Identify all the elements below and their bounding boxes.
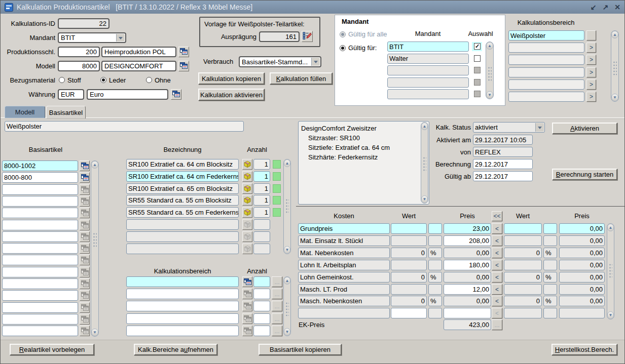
kalkbereich-row-field[interactable] bbox=[508, 43, 584, 53]
berechnung-field[interactable]: 29.12.2017 bbox=[473, 159, 533, 169]
close-icon[interactable]: ✕ bbox=[614, 3, 620, 11]
kalkbereich-row-field[interactable] bbox=[508, 55, 584, 65]
radio-gueltig-fuer[interactable] bbox=[340, 45, 346, 51]
scroll-down-icon[interactable]: ▼ bbox=[611, 94, 618, 101]
scroll-track[interactable] bbox=[486, 50, 493, 91]
kalkulation-kopieren-button[interactable]: Kalkulation kopieren bbox=[198, 72, 265, 85]
more-button[interactable]: ... bbox=[272, 289, 282, 299]
radio-stoff[interactable] bbox=[59, 77, 65, 83]
collapse-all-button[interactable]: << bbox=[492, 211, 502, 221]
mandant-row-field[interactable]: Walter bbox=[387, 54, 469, 64]
scroll-up-icon[interactable]: ▲ bbox=[611, 31, 618, 38]
scroll-track[interactable] bbox=[91, 169, 98, 329]
auspraegung-edit-button[interactable] bbox=[302, 31, 313, 42]
scroll-track[interactable] bbox=[284, 167, 290, 246]
wert-field[interactable] bbox=[391, 223, 427, 234]
bezeichnung-row-field[interactable]: SR55 Standard ca. 55 cm Federkernsitz bbox=[126, 207, 239, 218]
basisartikel-kopieren-button[interactable]: Basisartikel kopieren bbox=[259, 344, 342, 355]
dropdown-arrow-icon[interactable] bbox=[311, 58, 320, 66]
auswahl-checkbox[interactable] bbox=[474, 55, 481, 62]
aktivieren-button[interactable]: Aktivieren bbox=[552, 123, 617, 134]
anzahl-field[interactable]: 1 bbox=[253, 183, 270, 194]
copy-left-button[interactable]: < bbox=[492, 235, 502, 246]
scroll-track[interactable] bbox=[421, 130, 428, 195]
modell-lookup-button[interactable] bbox=[178, 61, 189, 71]
kalkbereich-row-field[interactable] bbox=[508, 92, 584, 102]
minimize-icon[interactable]: ↙ bbox=[591, 3, 597, 11]
produktionsschl-code-field[interactable]: 200 bbox=[58, 47, 100, 57]
basisartikel-item-field[interactable] bbox=[2, 220, 78, 230]
herstellkost-berech-button[interactable]: Herstellkost.Berech. bbox=[552, 344, 617, 355]
bezeichnung-row-field[interactable]: SR100 Extratief ca. 64 cm Blocksitz bbox=[126, 159, 239, 170]
kalkbereich-row-field[interactable] bbox=[508, 67, 584, 77]
basisartikel-item-field[interactable] bbox=[2, 255, 78, 265]
bereich-field[interactable]: Weißpolster bbox=[5, 121, 244, 132]
waehrung-code-field[interactable]: EUR bbox=[58, 89, 84, 100]
stueckliste-button[interactable] bbox=[242, 159, 252, 170]
basisartikel-item-field[interactable] bbox=[2, 267, 78, 277]
ek-preis-more-button[interactable]: ... bbox=[492, 319, 502, 330]
more-button[interactable]: ... bbox=[272, 313, 282, 324]
wert-field[interactable] bbox=[391, 308, 427, 318]
stueckliste-button[interactable] bbox=[242, 207, 252, 218]
waehrung-lookup-button[interactable] bbox=[171, 89, 181, 100]
kalkulation-aktivieren-button[interactable]: Kalkulation aktivieren bbox=[198, 89, 265, 101]
preis-field[interactable]: 12,00 bbox=[444, 284, 491, 295]
tab-modell[interactable]: Modell bbox=[5, 106, 45, 118]
preis-field[interactable]: 23,00 bbox=[444, 223, 491, 234]
scroll-down-icon[interactable]: ▼ bbox=[284, 246, 290, 254]
kalkbereich-list-field[interactable] bbox=[126, 326, 239, 336]
preis-field[interactable]: 208,00 bbox=[444, 235, 491, 246]
basisartikel-item-field[interactable] bbox=[2, 208, 78, 218]
scroll-down-icon[interactable]: ▼ bbox=[284, 328, 290, 336]
anzahl-field-2[interactable] bbox=[253, 326, 270, 336]
anzahl-field-2[interactable] bbox=[253, 313, 270, 324]
anzahl-field[interactable]: 1 bbox=[253, 171, 270, 182]
basisartikel-item-field[interactable] bbox=[2, 231, 78, 242]
kalkbereich-row-arrow-button[interactable]: > bbox=[586, 55, 596, 65]
anzahl-field[interactable]: 1 bbox=[253, 207, 270, 218]
basisartikel-item-field[interactable] bbox=[2, 184, 78, 195]
stueckliste-button[interactable] bbox=[242, 183, 252, 194]
waehrung-name-field[interactable]: Euro bbox=[87, 89, 168, 100]
produktionsschl-name-field[interactable]: Heimproduktion POL bbox=[101, 47, 176, 57]
kalkulation-fuellen-button[interactable]: Kalkulation füllen bbox=[270, 72, 333, 85]
scroll-down-icon[interactable]: ▼ bbox=[421, 195, 428, 203]
copy-left-button[interactable]: < bbox=[492, 272, 502, 282]
basisartikel-item-field[interactable]: 8000-800 bbox=[2, 172, 78, 183]
kalkbereich-row-arrow-button[interactable]: > bbox=[586, 67, 596, 77]
kalkbereich-list-field[interactable] bbox=[126, 301, 239, 311]
scroll-track[interactable] bbox=[611, 38, 618, 94]
gueltig-ab-field[interactable]: 29.12.2017 bbox=[473, 171, 533, 181]
basisartikel-item-field[interactable] bbox=[2, 326, 78, 336]
anzahl-field[interactable]: 1 bbox=[253, 195, 270, 206]
kalkbereich-row-field[interactable] bbox=[508, 79, 584, 90]
kalkbereich-row-field[interactable]: Weißpolster bbox=[508, 30, 584, 41]
basisartikel-item-field[interactable] bbox=[2, 278, 78, 289]
copy-left-button[interactable]: < bbox=[492, 223, 502, 234]
auswahl-checkbox[interactable]: ✓ bbox=[474, 43, 481, 50]
bezeichnung-scrollbar[interactable]: ▲▼ bbox=[283, 159, 291, 254]
basisartikel-item-field[interactable] bbox=[2, 243, 78, 254]
scroll-up-icon[interactable]: ▲ bbox=[607, 224, 614, 231]
scroll-track[interactable] bbox=[284, 285, 290, 328]
kalkbereich-panel-scrollbar[interactable]: ▲▼ bbox=[611, 30, 619, 102]
dropdown-arrow-icon[interactable] bbox=[535, 123, 544, 132]
basisartikel-item-field[interactable] bbox=[2, 314, 78, 325]
anzahl-field-2[interactable] bbox=[253, 289, 270, 299]
bezeichnung-row-field[interactable]: SR100 Extratief ca. 64 cm Federkernsitz bbox=[126, 171, 239, 182]
basisartikel-lookup-button[interactable] bbox=[80, 172, 90, 183]
basisartikel-item-field[interactable] bbox=[2, 196, 78, 207]
copy-left-button[interactable]: < bbox=[492, 284, 502, 295]
kalkbereiche-aufnehmen-button[interactable]: Kalk.Bereiche aufnehmen bbox=[134, 344, 217, 355]
kalkbereich-row-arrow-button[interactable]: > bbox=[586, 43, 596, 53]
kosten-table-scrollbar[interactable]: ▲▼ bbox=[607, 223, 614, 319]
scroll-up-icon[interactable]: ▲ bbox=[421, 123, 428, 130]
kalkbereich-row-arrow-button[interactable]: > bbox=[586, 92, 596, 102]
scroll-down-icon[interactable]: ▼ bbox=[91, 329, 98, 336]
modell-code-field[interactable]: 8000 bbox=[58, 61, 100, 71]
produktionsschl-lookup-button[interactable] bbox=[178, 47, 189, 57]
kalkbereich-row-arrow-button[interactable]: > bbox=[586, 79, 596, 90]
more-button[interactable]: ... bbox=[272, 301, 282, 311]
more-button[interactable]: ... bbox=[272, 276, 282, 287]
